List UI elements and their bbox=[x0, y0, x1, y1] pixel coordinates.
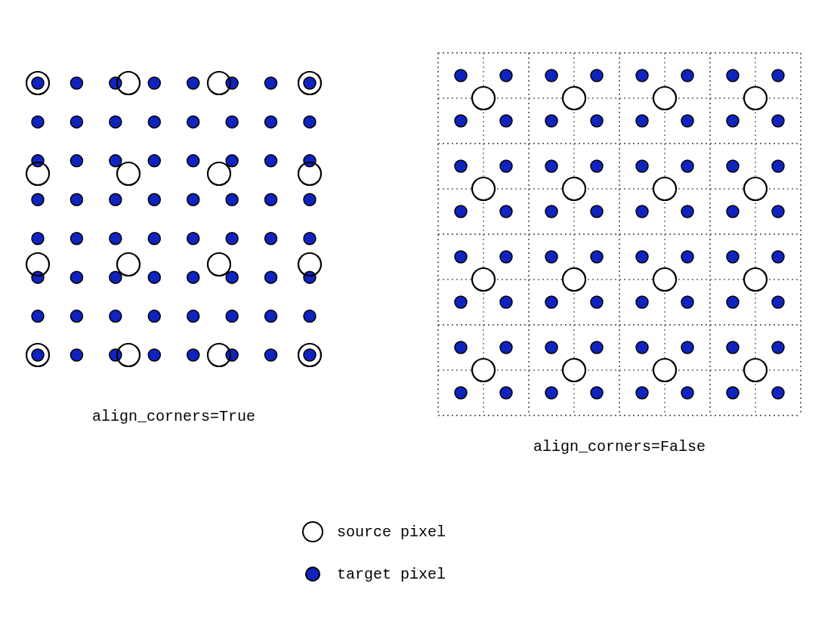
target-pixel-dot bbox=[636, 251, 648, 263]
target-pixel-dot bbox=[110, 77, 122, 89]
target-pixel-dot bbox=[148, 233, 160, 245]
target-pixel-dot bbox=[148, 155, 160, 167]
target-pixel-dot bbox=[455, 205, 467, 218]
target-pixel-dot bbox=[187, 271, 199, 283]
target-pixel-dot bbox=[110, 271, 122, 283]
target-pixel-dot bbox=[265, 77, 277, 89]
target-pixel-dot bbox=[727, 160, 739, 172]
source-pixel-circle bbox=[472, 268, 495, 291]
source-pixel-circle bbox=[653, 178, 676, 200]
target-pixel-dot bbox=[304, 77, 316, 89]
target-pixel-dot bbox=[110, 349, 122, 361]
target-pixel-dot bbox=[772, 205, 784, 218]
target-pixel-dot bbox=[681, 69, 693, 82]
target-pixel-dot bbox=[591, 160, 603, 172]
target-pixel-dot bbox=[148, 310, 160, 323]
target-pixel-dot bbox=[148, 193, 160, 205]
target-pixel-dot bbox=[455, 251, 467, 263]
target-pixel-dot bbox=[772, 251, 784, 263]
source-pixel-circle bbox=[472, 178, 495, 200]
source-pixel-circle bbox=[653, 359, 676, 381]
source-pixel-circle bbox=[117, 253, 140, 276]
target-pixel-dot bbox=[545, 251, 557, 263]
target-pixel-dot bbox=[148, 349, 160, 361]
target-pixel-dot bbox=[226, 155, 238, 167]
target-pixel-dot bbox=[70, 233, 82, 245]
target-pixel-dot bbox=[70, 349, 82, 361]
legend-row-target: target pixel bbox=[302, 564, 446, 585]
target-pixel-dot bbox=[187, 155, 199, 167]
target-pixel-dot bbox=[772, 341, 784, 354]
target-pixel-dot bbox=[681, 160, 693, 172]
source-pixel-circle bbox=[653, 87, 676, 110]
target-pixel-dot bbox=[32, 310, 44, 323]
source-pixel-circle bbox=[563, 359, 585, 381]
target-pixel-dot bbox=[500, 205, 512, 218]
target-pixel-dot bbox=[265, 116, 277, 128]
target-pixel-dot bbox=[110, 116, 122, 128]
target-pixel-dot bbox=[110, 193, 122, 205]
target-pixel-dot bbox=[455, 341, 467, 354]
target-pixel-dot bbox=[772, 115, 784, 127]
target-pixel-dot bbox=[455, 115, 467, 127]
source-pixel-circle bbox=[744, 178, 767, 200]
target-pixel-dot bbox=[70, 155, 82, 167]
target-pixel-dot bbox=[32, 271, 44, 283]
target-pixel-dot bbox=[70, 116, 82, 128]
target-pixel-dot bbox=[70, 310, 82, 323]
target-pixel-dot bbox=[226, 116, 238, 128]
caption-right: align_corners=False bbox=[431, 438, 808, 455]
target-pixel-dot bbox=[304, 193, 316, 205]
target-pixel-dot bbox=[636, 205, 648, 218]
target-pixel-dot bbox=[304, 233, 316, 245]
target-pixel-dot bbox=[148, 77, 160, 89]
source-pixel-circle bbox=[744, 87, 767, 110]
target-pixel-dot bbox=[32, 155, 44, 167]
target-pixel-dot bbox=[265, 310, 277, 323]
legend: source pixel target pixel bbox=[302, 521, 446, 606]
target-pixel-dot bbox=[727, 341, 739, 354]
target-pixel-dot bbox=[304, 349, 316, 361]
legend-swatch-source-icon bbox=[302, 521, 323, 542]
target-pixel-dot bbox=[226, 193, 238, 205]
target-pixel-dot bbox=[545, 296, 557, 308]
target-pixel-dot bbox=[591, 387, 603, 399]
target-pixel-dot bbox=[226, 310, 238, 323]
target-pixel-dot bbox=[545, 69, 557, 82]
target-pixel-dot bbox=[32, 349, 44, 361]
target-pixel-dot bbox=[304, 310, 316, 323]
legend-label-target: target pixel bbox=[337, 566, 446, 583]
target-pixel-dot bbox=[727, 296, 739, 308]
target-pixel-dot bbox=[772, 296, 784, 308]
target-pixel-dot bbox=[455, 296, 467, 308]
target-pixel-dot bbox=[148, 271, 160, 283]
source-pixel-circle bbox=[563, 178, 585, 200]
target-pixel-dot bbox=[226, 77, 238, 89]
legend-swatch-target-icon bbox=[305, 567, 320, 582]
source-pixel-circle bbox=[208, 253, 230, 276]
target-pixel-dot bbox=[636, 160, 648, 172]
target-pixel-dot bbox=[591, 341, 603, 354]
target-pixel-dot bbox=[265, 271, 277, 283]
target-pixel-dot bbox=[727, 251, 739, 263]
source-pixel-circle bbox=[744, 359, 767, 381]
target-pixel-dot bbox=[500, 69, 512, 82]
svg-align-corners-true bbox=[15, 45, 332, 393]
target-pixel-dot bbox=[187, 233, 199, 245]
target-pixel-dot bbox=[681, 341, 693, 354]
target-pixel-dot bbox=[187, 349, 199, 361]
target-pixel-dot bbox=[455, 160, 467, 172]
target-pixel-dot bbox=[727, 205, 739, 218]
target-pixel-dot bbox=[304, 155, 316, 167]
source-pixel-circle bbox=[208, 162, 230, 185]
target-pixel-dot bbox=[265, 155, 277, 167]
target-pixel-dot bbox=[636, 115, 648, 127]
target-pixel-dot bbox=[636, 296, 648, 308]
target-pixel-dot bbox=[304, 271, 316, 283]
target-pixel-dot bbox=[187, 77, 199, 89]
source-pixel-circle bbox=[117, 162, 140, 185]
target-pixel-dot bbox=[455, 69, 467, 82]
target-pixel-dot bbox=[265, 233, 277, 245]
target-pixel-dot bbox=[500, 387, 512, 399]
target-pixel-dot bbox=[265, 349, 277, 361]
